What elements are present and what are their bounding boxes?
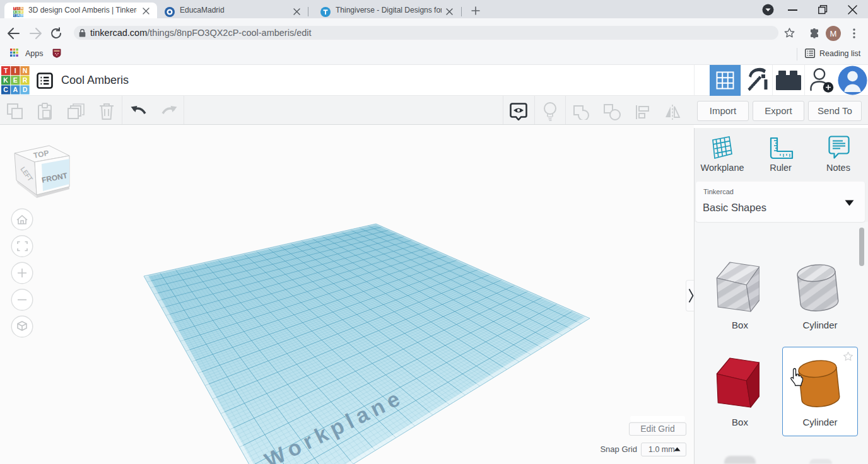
- svg-text:E: E: [18, 11, 20, 14]
- svg-text:D: D: [23, 86, 28, 93]
- svg-text:C: C: [3, 86, 8, 93]
- svg-text:T: T: [14, 7, 16, 10]
- svg-text:T: T: [4, 67, 8, 74]
- svg-text:I: I: [15, 67, 16, 74]
- svg-text:N: N: [23, 67, 28, 74]
- svg-text:A: A: [13, 86, 18, 93]
- svg-text:R: R: [23, 76, 28, 84]
- svg-text:K: K: [3, 76, 8, 84]
- svg-text:M: M: [830, 29, 837, 38]
- svg-text:I: I: [18, 7, 18, 10]
- svg-text:E: E: [13, 76, 18, 84]
